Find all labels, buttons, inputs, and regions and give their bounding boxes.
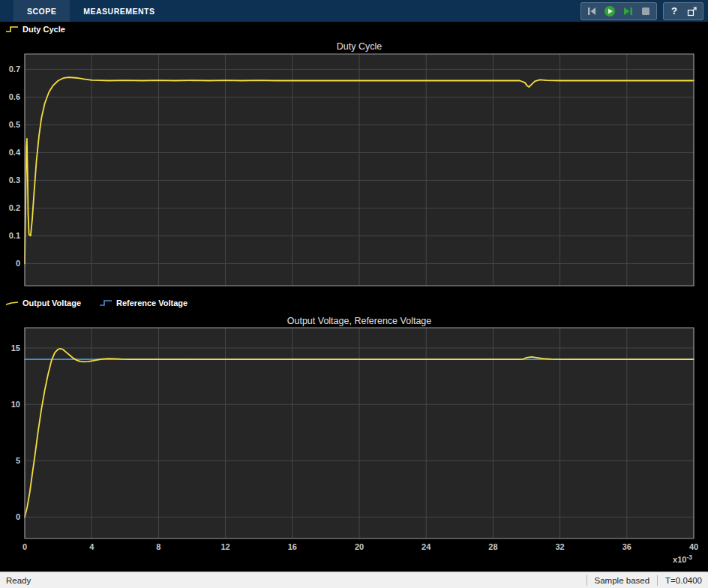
step-forward-icon [622, 5, 634, 17]
y-tick-label: 0.3 [9, 176, 20, 184]
legend-label-duty-cycle: Duty Cycle [22, 25, 65, 34]
x-tick-label: 12 [220, 542, 230, 551]
y-tick-label: 0.2 [9, 203, 20, 212]
reference-voltage-step-glyph-icon [99, 299, 112, 307]
step-back-button[interactable] [584, 4, 600, 19]
duty-cycle-chart[interactable]: 00.10.20.30.40.50.60.7Duty Cycle [0, 37, 708, 296]
y-tick-label: 0.5 [9, 120, 20, 129]
run-button[interactable] [602, 4, 618, 19]
y-tick-label: 15 [11, 344, 20, 352]
status-ready: Ready [6, 576, 31, 585]
voltage-plot[interactable]: 0510150481216202428323640x10-3Output Vol… [0, 310, 708, 572]
output-voltage-line-glyph-icon [5, 299, 19, 307]
voltage-chart[interactable]: 0510150481216202428323640x10-3Output Vol… [0, 310, 708, 572]
status-right: Sample based T=0.0400 [586, 575, 702, 586]
x-tick-label: 40 [689, 542, 698, 551]
y-tick-label: 0.7 [9, 64, 20, 74]
x-tick-label: 36 [622, 542, 632, 551]
x-tick-label: 24 [422, 542, 431, 551]
toolstrip-tabs: SCOPE MEASUREMENTS [14, 0, 169, 22]
x-tick-label: 0 [22, 542, 27, 551]
x-scale-label: x10-3 [673, 554, 692, 564]
x-tick-label: 32 [555, 542, 564, 551]
step-forward-button[interactable] [620, 4, 636, 19]
y-tick-label: 0 [16, 512, 20, 521]
help-button[interactable]: ? [666, 4, 682, 19]
legend-label-reference-voltage: Reference Voltage [116, 298, 188, 308]
simulate-group [580, 2, 657, 20]
scope-window: SCOPE MEASUREMENTS [0, 0, 708, 588]
x-tick-label: 4 [89, 542, 94, 551]
y-tick-label: 0.6 [9, 92, 20, 101]
plot-title: Output Voltage, Reference Voltage [287, 316, 432, 326]
plot-title: Duty Cycle [337, 41, 382, 52]
x-tick-label: 28 [488, 542, 497, 551]
y-tick-label: 0 [16, 259, 20, 268]
y-tick-label: 0.4 [9, 148, 21, 157]
dock-button[interactable] [684, 4, 700, 19]
stop-icon [640, 5, 652, 17]
legend-item-reference-voltage[interactable]: Reference Voltage [99, 298, 188, 308]
x-tick-label: 16 [288, 542, 297, 551]
toolstrip: SCOPE MEASUREMENTS [0, 0, 708, 22]
toolstrip-actions: ? [580, 2, 704, 20]
legend-bar-duty-cycle: Duty Cycle [0, 22, 708, 37]
duty-cycle-step-glyph-icon [5, 26, 19, 33]
status-sample-mode: Sample based [595, 576, 650, 585]
legend-label-output-voltage: Output Voltage [22, 298, 81, 308]
x-tick-label: 20 [355, 542, 364, 551]
legend-item-duty-cycle[interactable]: Duty Cycle [5, 25, 65, 34]
status-sim-time: T=0.0400 [665, 576, 702, 585]
x-tick-label: 8 [156, 542, 160, 551]
legend-item-output-voltage[interactable]: Output Voltage [5, 298, 81, 308]
status-divider [657, 575, 658, 586]
run-icon [604, 5, 616, 17]
status-divider [586, 575, 587, 586]
y-tick-label: 0.1 [9, 231, 20, 240]
help-group: ? [663, 2, 704, 20]
y-tick-label: 5 [16, 456, 20, 465]
legend-bar-voltages: Output Voltage Reference Voltage [0, 296, 708, 310]
status-bar: Ready Sample based T=0.0400 [0, 572, 708, 588]
tab-scope[interactable]: SCOPE [14, 0, 70, 22]
y-tick-label: 10 [11, 400, 20, 409]
duty-cycle-plot[interactable]: 00.10.20.30.40.50.60.7Duty Cycle [0, 37, 708, 296]
tab-measurements[interactable]: MEASUREMENTS [70, 0, 168, 22]
help-icon: ? [671, 5, 677, 16]
stop-button[interactable] [638, 4, 654, 19]
dock-icon [686, 5, 698, 17]
step-back-icon [586, 5, 598, 17]
